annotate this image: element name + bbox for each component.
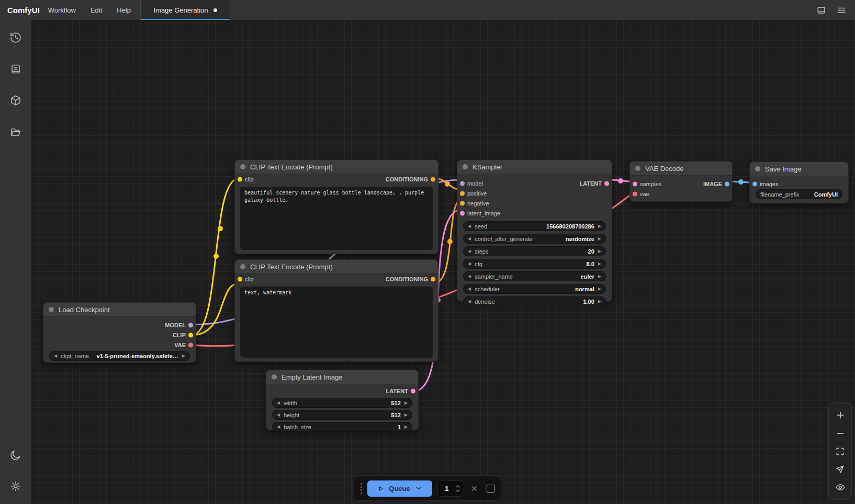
- output-port-latent[interactable]: [604, 181, 609, 186]
- increment-arrow-icon[interactable]: ▶: [404, 413, 408, 417]
- scheduler-widget[interactable]: ◀ scheduler normal ▶: [463, 284, 606, 294]
- positive-prompt-textarea[interactable]: beautiful scenery nature glass bottle la…: [240, 187, 433, 250]
- decrement-arrow-icon[interactable]: ◀: [277, 401, 280, 405]
- decrement-arrow-icon[interactable]: ◀: [468, 237, 471, 241]
- collapse-dot-icon[interactable]: [635, 166, 640, 171]
- decrement-arrow-icon[interactable]: ◀: [54, 354, 57, 358]
- output-port-latent[interactable]: [411, 389, 415, 394]
- link-midpoint-dot[interactable]: [213, 254, 219, 259]
- node-title-bar[interactable]: Load Checkpoint: [43, 303, 196, 317]
- negative-prompt-textarea[interactable]: text, watermark: [240, 287, 433, 358]
- node-title-bar[interactable]: Save Image: [750, 162, 848, 176]
- seed-widget[interactable]: ◀ seed 156680208700286 ▶: [463, 221, 606, 231]
- theme-toggle-icon[interactable]: [0, 439, 31, 471]
- increment-arrow-icon[interactable]: ▶: [598, 300, 601, 304]
- fit-view-icon[interactable]: [835, 446, 845, 456]
- input-port-clip[interactable]: [238, 177, 242, 182]
- node-save-image[interactable]: Save Image images filename_prefix ComfyU…: [749, 162, 849, 203]
- menu-edit[interactable]: Edit: [91, 6, 102, 14]
- decrement-arrow-icon[interactable]: ◀: [468, 300, 471, 304]
- toggle-link-visibility-icon[interactable]: [835, 482, 846, 492]
- node-clip-text-encode-negative[interactable]: CLIP Text Encode (Prompt) clip CONDITION…: [234, 259, 438, 362]
- queue-icon[interactable]: [0, 53, 31, 85]
- height-widget[interactable]: ◀ height 512 ▶: [272, 410, 412, 420]
- increment-arrow-icon[interactable]: ▶: [598, 287, 601, 291]
- app-logo[interactable]: ComfyUI: [0, 6, 48, 15]
- increment-arrow-icon[interactable]: ▶: [182, 354, 185, 358]
- steps-widget[interactable]: ◀ steps 20 ▶: [463, 246, 606, 256]
- queue-button[interactable]: Queue: [367, 480, 432, 497]
- link-midpoint-dot[interactable]: [618, 178, 623, 184]
- output-port-model[interactable]: [188, 323, 193, 327]
- node-clip-text-encode-positive[interactable]: CLIP Text Encode (Prompt) clip CONDITION…: [234, 159, 438, 254]
- input-port-negative[interactable]: [460, 201, 465, 205]
- filename-prefix-widget[interactable]: filename_prefix ComfyUI: [756, 189, 842, 199]
- zoom-out-icon[interactable]: [835, 428, 846, 439]
- output-port-conditioning[interactable]: [431, 277, 435, 282]
- stepper-up-icon[interactable]: [455, 485, 460, 488]
- increment-arrow-icon[interactable]: ▶: [598, 262, 601, 266]
- collapse-dot-icon[interactable]: [755, 166, 760, 171]
- input-port-latent-image[interactable]: [460, 211, 465, 215]
- node-title-bar[interactable]: Empty Latent Image: [266, 370, 418, 384]
- workflows-folder-icon[interactable]: [0, 116, 31, 147]
- increment-arrow-icon[interactable]: ▶: [598, 274, 601, 279]
- bottom-panel-icon[interactable]: [816, 5, 826, 15]
- stepper-down-icon[interactable]: [455, 489, 460, 492]
- link-clip-negative[interactable]: [192, 283, 239, 335]
- link-midpoint-dot[interactable]: [218, 226, 223, 231]
- collapse-dot-icon[interactable]: [272, 374, 277, 380]
- model-library-icon[interactable]: [0, 85, 31, 116]
- decrement-arrow-icon[interactable]: ◀: [468, 224, 471, 228]
- denoise-widget[interactable]: ◀ denoise 1.00 ▶: [463, 296, 606, 306]
- settings-icon[interactable]: [0, 471, 31, 502]
- clear-queue-icon[interactable]: [470, 485, 478, 492]
- increment-arrow-icon[interactable]: ▶: [404, 425, 408, 429]
- collapse-dot-icon[interactable]: [463, 164, 468, 169]
- node-ksampler[interactable]: KSampler model LATENT positive negative …: [457, 159, 612, 302]
- link-midpoint-dot[interactable]: [445, 181, 450, 187]
- decrement-arrow-icon[interactable]: ◀: [468, 262, 471, 266]
- decrement-arrow-icon[interactable]: ◀: [468, 274, 471, 279]
- output-port-conditioning[interactable]: [431, 177, 435, 182]
- node-title-bar[interactable]: CLIP Text Encode (Prompt): [235, 160, 438, 174]
- output-port-clip[interactable]: [188, 333, 193, 337]
- increment-arrow-icon[interactable]: ▶: [598, 224, 601, 228]
- input-port-samples[interactable]: [633, 181, 637, 186]
- workflow-tab[interactable]: Image Generation: [140, 0, 230, 20]
- menu-icon[interactable]: [837, 5, 847, 15]
- decrement-arrow-icon[interactable]: ◀: [468, 287, 471, 291]
- output-port-image[interactable]: [725, 181, 729, 186]
- control-after-generate-widget[interactable]: ◀ control_after_generate randomize ▶: [463, 234, 606, 244]
- pointer-mode-icon[interactable]: [835, 464, 845, 474]
- batch-count-input[interactable]: 1: [437, 480, 463, 497]
- history-icon[interactable]: [0, 22, 31, 53]
- sampler-name-widget[interactable]: ◀ sampler_name euler ▶: [463, 271, 606, 281]
- chevron-down-icon[interactable]: [415, 485, 422, 492]
- node-vae-decode[interactable]: VAE Decode samples IMAGE vae: [629, 161, 733, 202]
- menu-workflow[interactable]: Workflow: [48, 6, 76, 14]
- node-title-bar[interactable]: VAE Decode: [630, 162, 732, 176]
- input-port-clip[interactable]: [238, 277, 242, 282]
- collapse-dot-icon[interactable]: [240, 264, 245, 269]
- collapse-dot-icon[interactable]: [240, 164, 245, 169]
- decrement-arrow-icon[interactable]: ◀: [277, 425, 280, 429]
- width-widget[interactable]: ◀ width 512 ▶: [272, 398, 412, 408]
- increment-arrow-icon[interactable]: ▶: [404, 401, 408, 405]
- drag-handle[interactable]: [361, 483, 362, 494]
- output-port-vae[interactable]: [188, 342, 193, 347]
- node-empty-latent-image[interactable]: Empty Latent Image LATENT ◀ width 512 ▶ …: [266, 370, 419, 430]
- decrement-arrow-icon[interactable]: ◀: [277, 413, 280, 417]
- input-port-model[interactable]: [460, 181, 465, 186]
- input-port-images[interactable]: [752, 182, 757, 187]
- increment-arrow-icon[interactable]: ▶: [598, 237, 601, 241]
- node-load-checkpoint[interactable]: Load Checkpoint MODEL CLIP VAE ◀ ckpt_na…: [43, 302, 196, 363]
- menu-help[interactable]: Help: [117, 6, 131, 14]
- link-midpoint-dot[interactable]: [447, 239, 453, 244]
- node-title-bar[interactable]: KSampler: [457, 160, 612, 174]
- ckpt-name-widget[interactable]: ◀ ckpt_name v1-5-pruned-emaonly.safete… …: [49, 351, 190, 361]
- cfg-widget[interactable]: ◀ cfg 8.0 ▶: [463, 259, 606, 269]
- input-port-positive[interactable]: [460, 191, 465, 196]
- increment-arrow-icon[interactable]: ▶: [598, 249, 601, 254]
- collapse-dot-icon[interactable]: [49, 307, 54, 312]
